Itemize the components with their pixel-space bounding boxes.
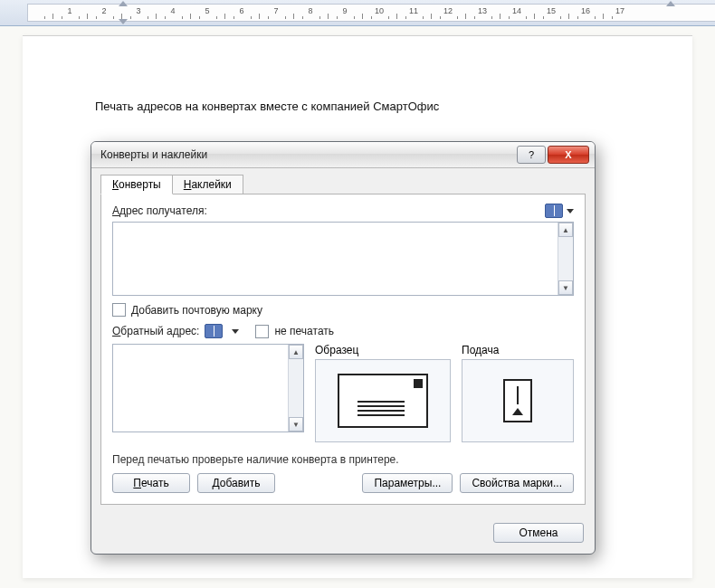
right-margin-marker[interactable] <box>666 1 675 6</box>
hanging-indent-marker[interactable] <box>119 19 128 24</box>
feed-tray-icon <box>503 379 532 422</box>
first-line-indent-marker[interactable] <box>119 1 128 6</box>
return-address-input[interactable] <box>113 345 288 432</box>
return-scrollbar[interactable]: ▲ ▼ <box>288 345 303 432</box>
recipient-scrollbar[interactable]: ▲ ▼ <box>558 223 573 295</box>
dialog-titlebar[interactable]: Конверты и наклейки ? X <box>91 142 595 168</box>
close-button[interactable]: X <box>548 146 589 164</box>
feed-label: Подача <box>462 344 574 356</box>
printer-check-hint: Перед печатью проверьте наличие конверта… <box>112 453 574 466</box>
horizontal-ruler[interactable]: 1234567891011121314151617 <box>0 0 715 26</box>
add-postage-label: Добавить почтовую марку <box>131 304 262 317</box>
tab-envelopes[interactable]: Конверты <box>100 175 173 194</box>
address-book-icon[interactable] <box>545 204 563 218</box>
envelope-preview[interactable] <box>315 359 451 442</box>
tab-labels-rest: аклейки <box>191 178 231 191</box>
recipient-address-label: Адрес получателя: <box>112 204 207 217</box>
return-address-field[interactable]: ▲ ▼ <box>112 344 304 432</box>
feed-preview[interactable] <box>462 359 574 442</box>
scroll-down-icon[interactable]: ▼ <box>558 280 573 295</box>
options-button[interactable]: Параметры... <box>362 473 453 493</box>
tab-envelopes-accel: К <box>112 178 119 191</box>
return-address-label: Обратный адрес: <box>112 325 199 337</box>
cancel-button[interactable]: Отмена <box>493 523 584 543</box>
dialog-title: Конверты и наклейки <box>100 148 515 161</box>
dialog-body: Конверты Наклейки Адрес получателя: ▲ <box>91 168 595 514</box>
address-book-dropdown-icon[interactable] <box>567 209 574 213</box>
recipient-address-input[interactable] <box>113 223 558 295</box>
tab-panel-envelopes: Адрес получателя: ▲ ▼ Добавить почтовую … <box>100 194 586 505</box>
envelopes-labels-dialog: Конверты и наклейки ? X Конверты Наклейк… <box>91 141 596 555</box>
add-to-document-button[interactable]: Добавить <box>197 473 275 493</box>
scroll-up-icon[interactable]: ▲ <box>289 345 303 359</box>
recipient-address-field[interactable]: ▲ ▼ <box>112 222 574 296</box>
preview-label: Образец <box>315 344 451 356</box>
tab-labels[interactable]: Наклейки <box>172 175 243 194</box>
no-print-label: не печатать <box>274 325 334 337</box>
document-heading: Печать адресов на конвертах вместе с ком… <box>95 100 656 113</box>
return-address-dropdown-icon[interactable] <box>232 329 239 334</box>
return-address-book-icon[interactable] <box>205 324 223 338</box>
tab-strip: Конверты Наклейки <box>100 174 586 194</box>
envelope-icon <box>338 374 428 428</box>
scroll-up-icon[interactable]: ▲ <box>558 223 573 237</box>
tab-envelopes-rest: онверты <box>119 178 161 191</box>
add-postage-checkbox[interactable] <box>112 303 126 317</box>
print-button[interactable]: Печать <box>112 473 190 493</box>
help-icon: ? <box>529 149 534 160</box>
no-print-checkbox[interactable] <box>255 325 269 338</box>
postage-properties-button[interactable]: Свойства марки... <box>460 473 574 493</box>
dialog-footer: Отмена <box>91 514 595 554</box>
help-button[interactable]: ? <box>517 146 546 164</box>
scroll-down-icon[interactable]: ▼ <box>289 417 303 432</box>
close-icon: X <box>565 149 571 160</box>
